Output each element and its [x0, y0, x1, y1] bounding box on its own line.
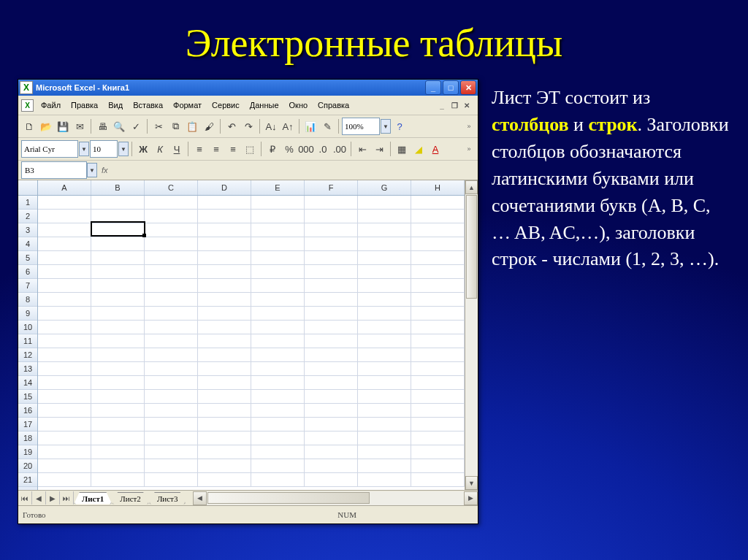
cell[interactable] [38, 431, 91, 445]
cell[interactable] [198, 307, 251, 320]
cell[interactable] [305, 404, 358, 417]
row-header[interactable]: 17 [18, 418, 37, 431]
name-box[interactable]: B3 [21, 161, 87, 179]
doc-close-button[interactable]: ✕ [462, 100, 472, 110]
cell[interactable] [411, 265, 465, 278]
minimize-button[interactable]: _ [425, 80, 441, 95]
cell[interactable] [198, 418, 251, 431]
cell[interactable] [305, 251, 358, 264]
cell[interactable] [358, 390, 411, 403]
menu-edit[interactable]: Правка [66, 99, 102, 111]
open-icon[interactable]: 📂 [38, 118, 54, 134]
cell[interactable] [91, 251, 145, 264]
cell[interactable] [411, 445, 465, 459]
cell[interactable] [305, 376, 358, 389]
cell[interactable] [91, 431, 145, 445]
col-header[interactable]: C [145, 180, 198, 195]
doc-restore-button[interactable]: ❐ [449, 100, 459, 110]
cell[interactable] [145, 251, 198, 264]
cell[interactable] [251, 390, 305, 403]
cell[interactable] [251, 459, 305, 472]
row-header[interactable]: 8 [18, 293, 37, 307]
cell[interactable] [411, 334, 465, 348]
row-header[interactable]: 18 [18, 431, 37, 445]
cell[interactable] [38, 362, 91, 375]
cell[interactable] [305, 223, 358, 237]
cell[interactable] [145, 279, 198, 292]
cell[interactable] [198, 223, 251, 237]
cell[interactable] [38, 404, 91, 417]
percent-icon[interactable]: % [281, 141, 297, 157]
cell[interactable] [411, 473, 465, 486]
menu-format[interactable]: Формат [169, 99, 206, 111]
cell[interactable] [145, 473, 198, 486]
row-header[interactable]: 10 [18, 321, 37, 334]
cell[interactable] [358, 279, 411, 292]
cell[interactable] [251, 210, 305, 223]
cell[interactable] [198, 362, 251, 375]
cell[interactable] [91, 390, 145, 403]
cell[interactable] [411, 348, 465, 361]
cell[interactable] [91, 334, 145, 348]
cell[interactable] [305, 265, 358, 278]
cell[interactable] [38, 459, 91, 472]
format-painter-icon[interactable]: 🖌 [201, 118, 217, 134]
cell[interactable] [305, 293, 358, 306]
inc-indent-icon[interactable]: ⇥ [371, 141, 387, 157]
cell[interactable] [358, 265, 411, 278]
font-color-icon[interactable]: A [427, 141, 443, 157]
cell[interactable] [251, 348, 305, 361]
font-size-box[interactable]: 10 [90, 140, 118, 158]
cell[interactable] [411, 418, 465, 431]
cell[interactable] [145, 404, 198, 417]
menu-insert[interactable]: Вставка [129, 99, 167, 111]
cell[interactable] [411, 293, 465, 306]
cell[interactable] [91, 196, 145, 209]
cell[interactable] [198, 265, 251, 278]
cell[interactable] [198, 390, 251, 403]
scroll-right-icon[interactable]: ▶ [464, 491, 478, 505]
cell[interactable] [305, 445, 358, 459]
cell[interactable] [198, 431, 251, 445]
col-header[interactable]: E [251, 180, 305, 195]
comma-icon[interactable]: 000 [298, 141, 314, 157]
cell[interactable] [91, 265, 145, 278]
sheet-tab[interactable]: Лист3 [149, 492, 186, 505]
underline-icon[interactable]: Ч [169, 141, 185, 157]
row-header[interactable]: 7 [18, 279, 37, 293]
cell[interactable] [411, 307, 465, 320]
menu-data[interactable]: Данные [245, 99, 283, 111]
cell[interactable] [305, 279, 358, 292]
dec-dec-icon[interactable]: .00 [332, 141, 348, 157]
row-header[interactable]: 14 [18, 376, 37, 390]
cell[interactable] [251, 321, 305, 334]
dec-indent-icon[interactable]: ⇤ [354, 141, 370, 157]
menu-window[interactable]: Окно [285, 99, 313, 111]
cell[interactable] [91, 418, 145, 431]
row-header[interactable]: 21 [18, 473, 37, 487]
menu-view[interactable]: Вид [104, 99, 127, 111]
col-header[interactable]: B [91, 180, 145, 195]
cell[interactable] [251, 251, 305, 264]
cell[interactable] [198, 473, 251, 486]
cell[interactable] [38, 210, 91, 223]
cell[interactable] [305, 362, 358, 375]
cell[interactable] [251, 293, 305, 306]
cell[interactable] [91, 321, 145, 334]
row-header[interactable]: 5 [18, 251, 37, 265]
cell[interactable] [358, 321, 411, 334]
cell[interactable] [411, 210, 465, 223]
cell[interactable] [145, 376, 198, 389]
cell[interactable] [411, 459, 465, 472]
fx-icon[interactable]: fx [102, 166, 108, 174]
cell[interactable] [251, 307, 305, 320]
cell[interactable] [38, 473, 91, 486]
cell[interactable] [198, 348, 251, 361]
cell[interactable] [198, 459, 251, 472]
cut-icon[interactable]: ✂ [150, 118, 167, 134]
cell[interactable] [198, 237, 251, 250]
cell[interactable] [358, 307, 411, 320]
cell[interactable] [198, 404, 251, 417]
zoom-dropdown[interactable]: ▼ [381, 119, 391, 134]
cell[interactable] [358, 293, 411, 306]
